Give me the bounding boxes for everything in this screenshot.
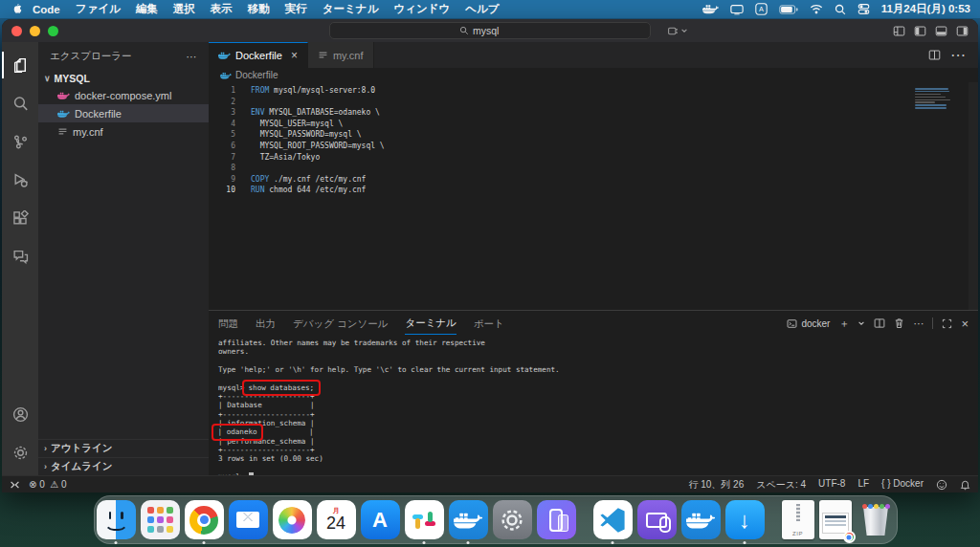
kill-terminal-trash-icon[interactable] (894, 317, 904, 329)
dock-item-launchpad[interactable] (141, 500, 180, 539)
file-item-my.cnf[interactable]: my.cnf (38, 122, 209, 141)
toggle-secondary-sidebar-icon[interactable] (956, 25, 969, 37)
dock-item-mail[interactable] (229, 500, 268, 539)
config-file-icon (57, 126, 68, 137)
close-window-button[interactable] (11, 26, 22, 36)
terminal-process[interactable]: docker (787, 318, 830, 329)
dock-item-docker[interactable] (449, 500, 488, 539)
dock-item-calendar[interactable]: 月24 (317, 500, 356, 539)
minimap[interactable] (915, 88, 963, 110)
dock-item-photos[interactable] (273, 500, 312, 539)
dock-item-system-settings[interactable] (493, 500, 532, 539)
display-icon[interactable] (730, 4, 744, 15)
menu-item[interactable]: ヘルプ (465, 3, 499, 14)
dock-item-trash[interactable] (857, 500, 896, 539)
new-terminal-icon[interactable]: ＋ (838, 317, 849, 331)
command-center-search[interactable] (329, 22, 651, 39)
editor-more-actions-icon[interactable]: ⋯ (950, 46, 967, 64)
chevron-down-icon[interactable] (858, 319, 865, 327)
status-item[interactable]: { } Docker (881, 478, 924, 492)
activity-account-icon[interactable] (2, 395, 38, 433)
activity-chat-icon[interactable] (2, 237, 38, 275)
folder-root[interactable]: ∨ MYSQL (38, 71, 209, 86)
input-source-icon[interactable]: A (755, 3, 768, 15)
apple-menu-icon[interactable] (10, 3, 23, 15)
dock-item-iphone-mirroring[interactable] (537, 500, 576, 539)
dock-item-zip-file[interactable]: ZIP (782, 500, 814, 539)
activity-extensions-icon[interactable] (2, 199, 38, 237)
dock-item-vscode[interactable] (593, 500, 633, 539)
dock-item-downloader[interactable]: ↓ (725, 500, 765, 539)
code-line: 5 MYSQL_PASSWORD=mysql \ (209, 129, 978, 141)
panel-tab-問題[interactable]: 問題 (218, 313, 238, 335)
zoom-window-button[interactable] (48, 26, 58, 36)
panel-tab-出力[interactable]: 出力 (256, 313, 276, 335)
menu-item[interactable]: 実行 (285, 3, 307, 14)
panel-tab-ポート[interactable]: ポート (474, 313, 504, 335)
minimize-window-button[interactable] (30, 26, 40, 36)
code-editor[interactable]: 1FROM mysql/mysql-server:8.023ENV MYSQL_… (209, 82, 978, 310)
search-icon[interactable] (835, 4, 846, 15)
split-terminal-icon[interactable] (874, 317, 885, 329)
tab-my.cnf[interactable]: my.cnf (308, 42, 374, 68)
control-center-icon[interactable] (858, 3, 870, 15)
line-number: 10 (209, 185, 235, 196)
battery-icon[interactable] (779, 5, 798, 14)
notifications-bell-icon[interactable] (960, 479, 970, 491)
sidebar-section[interactable]: ›タイムライン (38, 457, 209, 475)
terminal-line (218, 374, 978, 383)
sidebar-section[interactable]: ›アウトライン (38, 439, 209, 457)
file-item-Dockerfile[interactable]: Dockerfile (38, 104, 209, 122)
status-item[interactable]: スペース: 4 (756, 478, 806, 492)
tab-Dockerfile[interactable]: Dockerfile× (209, 42, 308, 68)
dock-item-dev-window-app[interactable] (637, 500, 677, 539)
menu-item[interactable]: 選択 (173, 3, 195, 14)
remote-indicator-icon[interactable] (10, 480, 20, 490)
activity-explorer-icon[interactable] (2, 46, 38, 84)
docker-whale-icon[interactable] (702, 3, 719, 15)
feedback-smiley-icon[interactable] (936, 479, 947, 491)
panel-more-actions-icon[interactable]: ⋯ (913, 317, 924, 330)
menu-items: ファイル編集選択表示移動実行ターミナルウィンドウヘルプ (76, 2, 515, 16)
split-editor-icon[interactable] (928, 49, 941, 61)
menu-item[interactable]: 移動 (248, 3, 270, 14)
dock-item-docker-alt[interactable] (681, 500, 721, 539)
active-app-name[interactable]: Code (33, 4, 60, 15)
panel-tab-ターミナル[interactable]: ターミナル (405, 312, 456, 335)
close-tab-icon[interactable]: × (291, 49, 298, 62)
customize-layout-icon[interactable] (893, 25, 905, 37)
maximize-panel-icon[interactable] (942, 318, 952, 329)
activity-run-debug-icon[interactable] (2, 161, 38, 199)
editor-scrollbar[interactable] (969, 82, 978, 310)
sidebar-more-actions-icon[interactable]: ⋯ (187, 51, 198, 62)
panel-tab-デバッグ コンソール[interactable]: デバッグ コンソール (293, 313, 388, 335)
menu-item[interactable]: ターミナル (323, 3, 379, 14)
close-panel-icon[interactable]: × (961, 317, 969, 331)
wifi-icon[interactable] (810, 4, 823, 14)
menu-bar-clock[interactable]: 11月24日(月) 0:53 (881, 2, 970, 16)
menu-item[interactable]: 編集 (136, 3, 158, 14)
activity-source-control-icon[interactable] (2, 122, 38, 161)
sync-icon[interactable] (667, 25, 688, 37)
search-input[interactable] (473, 25, 521, 36)
toggle-panel-icon[interactable] (935, 25, 947, 37)
menu-item[interactable]: 表示 (211, 3, 233, 14)
status-item[interactable]: UTF-8 (818, 478, 845, 492)
toggle-primary-sidebar-icon[interactable] (914, 25, 926, 37)
status-item[interactable]: 行 10、列 26 (688, 478, 744, 492)
menu-item[interactable]: ウィンドウ (393, 3, 450, 14)
dock-item-chrome[interactable] (185, 500, 224, 539)
file-item-docker-compose.yml[interactable]: docker-compose.yml (38, 86, 209, 104)
terminal-output[interactable]: affiliates. Other names may be trademark… (209, 336, 978, 475)
menu-item[interactable]: ファイル (76, 3, 121, 14)
activity-search-icon[interactable] (2, 84, 38, 122)
status-item[interactable]: LF (858, 478, 869, 492)
dock-item-finder[interactable] (97, 500, 136, 539)
dock-item-screenshot-file[interactable] (819, 500, 852, 539)
activity-settings-gear-icon[interactable] (2, 433, 38, 471)
problems-status[interactable]: ⊗ 0 ⚠ 0 (29, 479, 67, 490)
breadcrumb[interactable]: Dockerfile (209, 68, 978, 82)
code-line: 2 (209, 97, 978, 108)
dock-item-app-store[interactable]: A (361, 500, 400, 539)
dock-item-slack[interactable] (405, 500, 444, 539)
